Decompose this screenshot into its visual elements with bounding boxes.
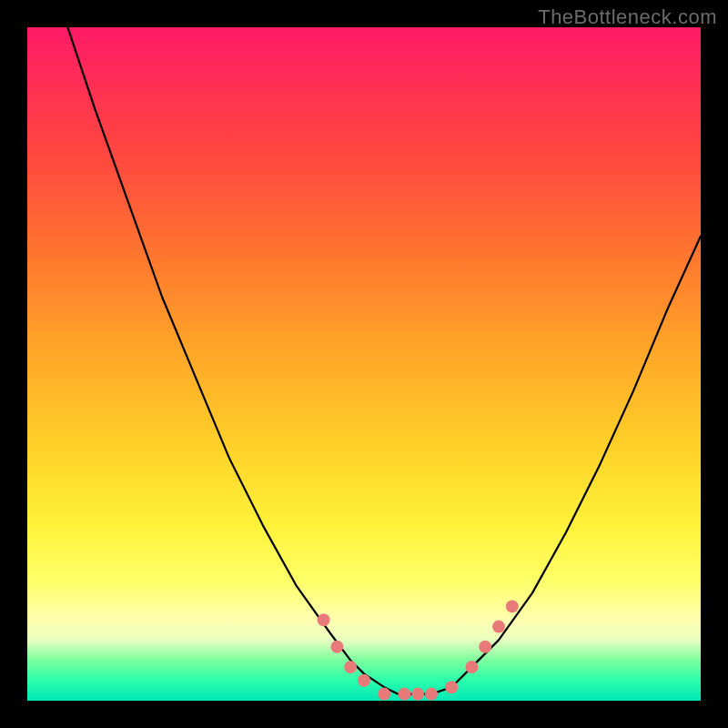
curve-marker	[344, 661, 357, 673]
curve-marker	[492, 621, 505, 633]
curve-marker	[425, 688, 438, 701]
curve-marker	[465, 661, 478, 673]
curve-marker	[398, 688, 410, 701]
chart-plot-area	[27, 27, 701, 701]
curve-marker	[506, 600, 519, 612]
curve-marker	[358, 674, 370, 687]
curve-marker	[411, 688, 424, 701]
curve-marker	[479, 641, 491, 653]
curve-marker	[445, 681, 458, 693]
watermark-text: TheBottleneck.com	[538, 5, 717, 29]
curve-marker	[378, 688, 390, 701]
chart-frame: TheBottleneck.com	[0, 0, 728, 728]
bottleneck-curve	[67, 27, 701, 694]
chart-svg-layer	[27, 27, 701, 701]
curve-markers	[318, 600, 519, 700]
curve-marker	[318, 613, 330, 626]
curve-marker	[330, 641, 343, 653]
